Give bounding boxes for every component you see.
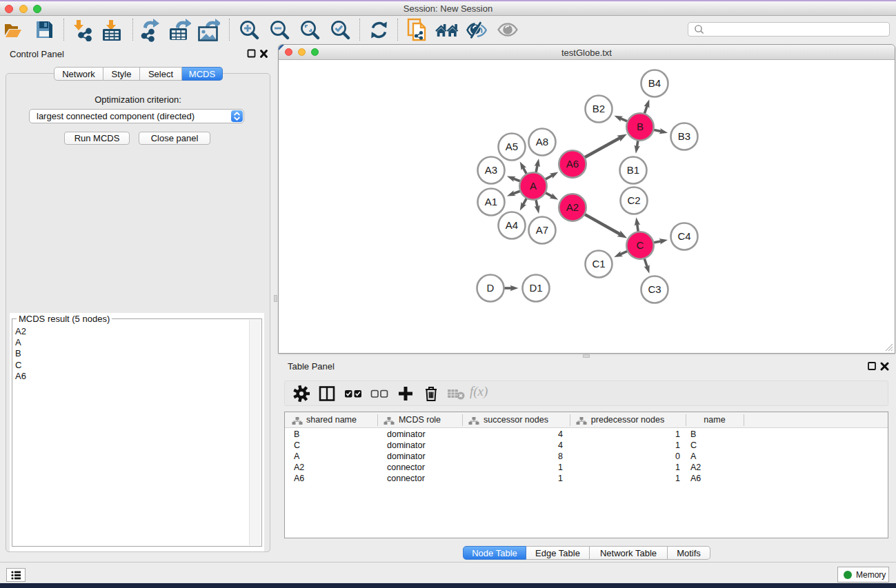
svg-text:A4: A4 [506, 219, 518, 231]
svg-text:A5: A5 [506, 141, 518, 152]
svg-text:C1: C1 [592, 258, 605, 270]
svg-text:D: D [487, 282, 495, 294]
svg-text:A: A [530, 180, 537, 192]
svg-text:A6: A6 [566, 158, 579, 170]
svg-text:A7: A7 [536, 224, 548, 236]
svg-text:C2: C2 [627, 194, 640, 206]
svg-text:D1: D1 [529, 282, 542, 294]
svg-text:B3: B3 [678, 130, 690, 142]
svg-text:C3: C3 [648, 283, 661, 295]
svg-text:A1: A1 [485, 196, 497, 207]
svg-text:C4: C4 [677, 230, 690, 242]
svg-text:A8: A8 [536, 136, 548, 148]
svg-text:B1: B1 [627, 164, 639, 176]
svg-text:B: B [637, 121, 644, 132]
svg-text:A2: A2 [566, 201, 579, 213]
svg-text:C: C [637, 239, 644, 251]
svg-text:B2: B2 [593, 103, 605, 114]
svg-text:A3: A3 [485, 164, 497, 176]
svg-text:B4: B4 [648, 77, 661, 89]
